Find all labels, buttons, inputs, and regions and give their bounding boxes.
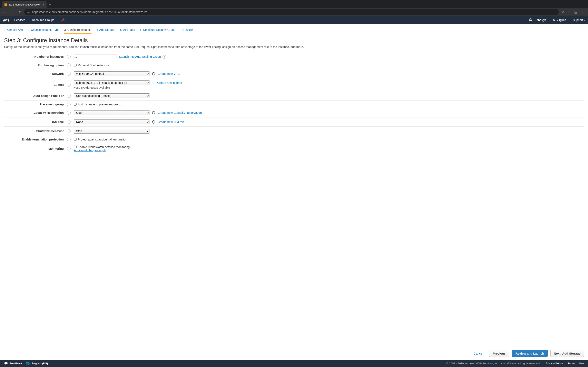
launch-asg-link[interactable]: Launch into Auto Scaling Group [119,55,161,58]
main-content: Step 3: Configure Instance Details Confi… [0,34,588,347]
capacity-reservation-select[interactable]: Open [74,110,149,115]
info-icon[interactable]: i [67,120,71,124]
aws-top-nav: aws Services▾ Resource Groups▾ 📌 abc.xyz… [0,16,588,24]
browser-toolbar: ← → ⟳ 🔒 https://console.aws.amazon.com/e… [0,8,588,16]
shutdown-select[interactable]: Stop [74,129,149,133]
page-title: Step 3: Configure Instance Details [4,37,584,44]
nav-region[interactable]: N. Virginia▾ [553,18,568,22]
step-add-storage[interactable]: 4. Add Storage [96,26,115,34]
tab-close-icon[interactable]: × [43,3,44,6]
kebab-menu-icon[interactable]: ⋮ [581,10,584,14]
step-configure-security-group[interactable]: 6. Configure Security Group [140,26,175,34]
placement-checkbox[interactable] [74,103,77,106]
num-instances-input[interactable] [74,54,117,59]
reload-icon[interactable]: ⟳ [17,10,21,14]
info-icon[interactable]: i [67,94,71,98]
monitoring-checkbox[interactable] [74,146,77,148]
feedback-link[interactable]: 💬 Feedback [4,361,22,365]
auto-ip-select[interactable]: Use subnet setting (Enable) [74,93,149,98]
cancel-button[interactable]: Cancel [470,350,486,357]
label-placement: Placement group [4,100,65,108]
label-shutdown: Shutdown behavior [4,127,65,136]
label-termination-protection: Enable termination protection [4,136,65,143]
favicon-icon [4,3,7,6]
review-launch-button[interactable]: Review and Launch [512,350,548,357]
copyright-text: © 2008 - 2019, Amazon Web Services, Inc.… [446,362,541,365]
refresh-icon[interactable] [151,72,156,76]
nav-resource-groups[interactable]: Resource Groups▾ [32,18,57,22]
label-capacity-reservation: Capacity Reservation [4,108,65,117]
info-icon[interactable]: i [67,63,71,67]
star-icon[interactable]: ☆ [568,10,571,14]
step-choose-instance-type[interactable]: 2. Choose Instance Type [28,26,60,34]
privacy-link[interactable]: Privacy Policy [545,362,563,365]
create-vpc-link[interactable]: Create new VPC [158,72,180,75]
info-icon[interactable]: i [67,55,71,58]
subnet-select[interactable]: subnet-30981a1e | Default in us-east-1b [74,80,149,85]
chat-icon: 💬 [4,361,8,365]
iam-role-select[interactable]: None [74,119,149,124]
nav-account[interactable]: abc.xyz▾ [536,18,548,22]
bell-icon[interactable] [529,18,532,22]
new-tab-button[interactable]: + [47,2,54,8]
zoom-icon[interactable]: ⚲ [562,10,564,14]
info-icon[interactable]: i [67,72,71,76]
label-network: Network [4,69,65,78]
browser-right-icons: ⚲ ☆ ▤ ⋮ [562,10,586,14]
create-subnet-link[interactable]: Create new subnet [157,81,182,84]
tab-title: EC2 Management Console [9,3,40,6]
next-add-storage-button[interactable]: Next: Add Storage [550,350,584,357]
purchasing-checkbox[interactable] [74,64,77,67]
label-purchasing: Purchasing option [4,61,65,69]
nav-services[interactable]: Services▾ [14,18,27,22]
configure-form: Number of instances i Launch into Auto S… [4,52,584,154]
network-select[interactable]: vpc-548a592e (default) [74,71,149,76]
info-icon[interactable]: i [67,103,71,106]
pin-icon[interactable]: 📌 [61,18,65,22]
tab-bar: EC2 Management Console × + [0,0,588,8]
aws-logo[interactable]: aws [3,18,10,22]
info-icon[interactable]: i [67,147,71,150]
forward-icon[interactable]: → [9,10,14,14]
terms-link[interactable]: Terms of Use [568,362,584,365]
action-bar: Cancel Previous Review and Launch Next: … [0,347,588,360]
info-icon[interactable]: i [163,55,166,59]
termination-protection-checkbox[interactable] [74,138,77,141]
info-icon[interactable]: i [67,83,71,87]
globe-icon: 🌐 [26,361,30,365]
page-description: Configure the instance to suit your requ… [4,45,584,49]
step-configure-instance[interactable]: 3. Configure Instance [64,26,91,34]
browser-tab[interactable]: EC2 Management Console × [2,1,47,8]
info-icon[interactable]: i [67,138,71,141]
create-iam-role-link[interactable]: Create new IAM role [158,120,185,124]
previous-button[interactable]: Previous [489,350,509,357]
step-review[interactable]: 7. Review [180,26,193,34]
step-choose-ami[interactable]: 1. Choose AMI [4,26,23,34]
label-auto-ip: Auto-assign Public IP [4,91,65,100]
placement-checkbox-label[interactable]: Add instance to placement group [74,103,121,106]
browser-chrome: EC2 Management Console × + ← → ⟳ 🔒 https… [0,0,588,16]
extensions-icon[interactable]: ▤ [574,10,577,14]
address-bar[interactable]: 🔒 https://console.aws.amazon.com/ec2/v2/… [24,9,559,15]
aws-footer: 💬 Feedback 🌐 English (US) © 2008 - 2019,… [0,360,588,367]
wizard-steps: 1. Choose AMI 2. Choose Instance Type 3.… [0,24,588,34]
back-icon[interactable]: ← [2,10,7,14]
subnet-ip-count: 4089 IP Addresses available [74,86,582,89]
language-selector[interactable]: 🌐 English (US) [26,361,48,365]
nav-support[interactable]: Support▾ [573,18,585,22]
create-capacity-reservation-link[interactable]: Create new Capacity Reservation [158,111,202,114]
label-subnet: Subnet [4,78,65,91]
lock-icon: 🔒 [27,11,30,13]
info-icon[interactable]: i [67,111,71,115]
info-icon[interactable]: i [67,129,71,133]
step-add-tags[interactable]: 5. Add Tags [120,26,135,34]
purchasing-checkbox-label[interactable]: Request Spot instances [74,64,109,67]
label-iam-role: IAM role [4,117,65,127]
label-num-instances: Number of instances [4,52,65,61]
url-text: https://console.aws.amazon.com/ec2/v2/ho… [32,10,147,14]
monitoring-checkbox-label[interactable]: Enable CloudWatch detailed monitoring [74,145,130,149]
termination-protection-checkbox-label[interactable]: Protect against accidental termination [74,138,127,141]
refresh-icon[interactable] [151,111,156,115]
refresh-icon[interactable] [151,120,156,124]
monitoring-charges-link[interactable]: Additional charges apply [74,149,106,152]
